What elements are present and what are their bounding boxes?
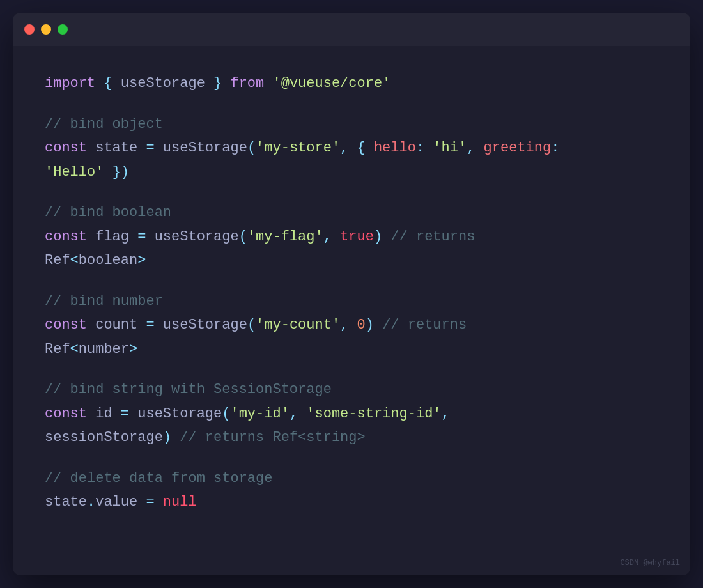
titlebar [13,13,690,46]
const-flag-line2: Ref<boolean> [45,249,658,272]
const-flag-line1: const flag = useStorage('my-flag', true)… [45,225,658,249]
comment-bind-object: // bind object [45,112,658,136]
maximize-button[interactable] [58,24,68,35]
traffic-lights [24,24,68,35]
code-window: import { useStorage } from '@vueuse/core… [13,13,690,575]
const-state-line1: const state = useStorage('my-store', { h… [45,136,658,160]
comment-bind-number: // bind number [45,290,658,313]
close-button[interactable] [24,24,35,35]
blank-2 [45,184,658,201]
import-line: import { useStorage } from '@vueuse/core… [45,72,658,95]
blank-4 [45,361,658,378]
blank-1 [45,95,658,112]
const-count-line2: Ref<number> [45,337,658,361]
blank-5 [45,450,658,467]
const-id-line1: const id = useStorage('my-id', 'some-str… [45,402,658,426]
code-block: import { useStorage } from '@vueuse/core… [45,72,658,514]
blank-3 [45,273,658,290]
code-area: import { useStorage } from '@vueuse/core… [13,46,690,575]
comment-bind-boolean: // bind boolean [45,201,658,224]
state-value-line: state.value = null [45,490,658,514]
const-count-line1: const count = useStorage('my-count', 0) … [45,313,658,337]
comment-bind-string: // bind string with SessionStorage [45,378,658,401]
const-id-line2: sessionStorage) // returns Ref<string> [45,426,658,449]
watermark: CSDN @whyfail [620,559,680,568]
const-state-line2: 'Hello' }) [45,160,658,184]
minimize-button[interactable] [41,24,51,35]
comment-delete: // delete data from storage [45,467,658,490]
